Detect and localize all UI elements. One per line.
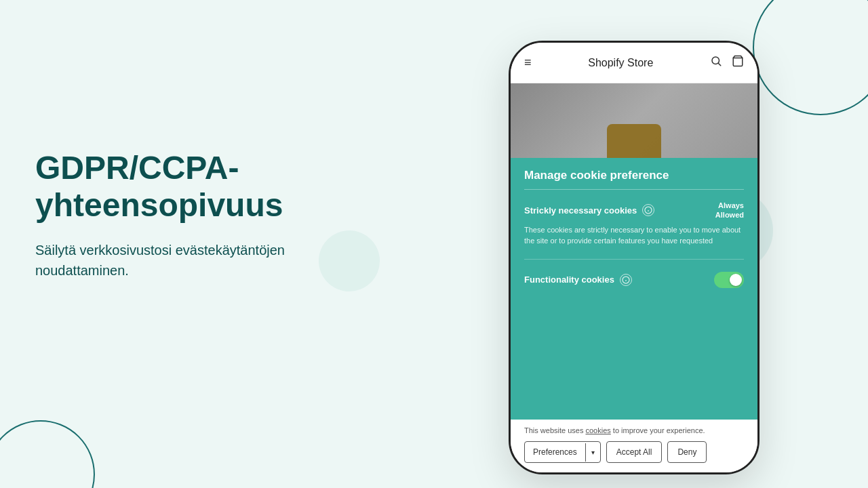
deny-button[interactable]: Deny: [667, 441, 707, 463]
cookie-divider-1: [524, 189, 744, 190]
menu-icon[interactable]: ≡: [524, 56, 532, 70]
strictly-necessary-left: Strickly necessary cookies: [524, 204, 654, 216]
phone-nav-icons: [710, 55, 744, 70]
cart-icon[interactable]: [732, 55, 744, 70]
product-image-area: [511, 83, 757, 158]
cookie-panel-title: Manage cookie preference: [524, 169, 744, 182]
phone-mockup: ≡ Shopify Store: [509, 41, 760, 474]
functionality-header: Functionality cookies: [524, 272, 744, 288]
functionality-name: Functionality cookies: [524, 274, 614, 285]
cookies-link[interactable]: cookies: [585, 426, 610, 434]
cookie-divider-2: [524, 259, 744, 260]
preferences-arrow-icon[interactable]: ▾: [585, 443, 600, 462]
cookie-notice-text: This website uses cookies to improve you…: [524, 426, 744, 434]
always-allowed-label: AlwaysAllowed: [715, 201, 744, 220]
decorative-circle-top-right: [753, 0, 868, 115]
accept-all-button[interactable]: Accept All: [606, 441, 663, 463]
left-content-area: GDPR/CCPA-yhteensopivuus Säilytä verkkos…: [35, 149, 374, 281]
functionality-section: Functionality cookies: [524, 266, 744, 298]
functionality-toggle[interactable]: [714, 272, 744, 288]
strictly-necessary-description: These cookies are strictly necessary to …: [524, 224, 744, 247]
product-image-overlay: [607, 124, 661, 158]
phone-content: Manage cookie preference Strickly necess…: [511, 83, 757, 472]
functionality-info-icon[interactable]: [620, 274, 632, 286]
strictly-necessary-name: Strickly necessary cookies: [524, 205, 637, 216]
functionality-left: Functionality cookies: [524, 274, 632, 286]
svg-point-0: [712, 57, 719, 64]
sub-text: Säilytä verkkosivustosi evästekäytäntöje…: [35, 240, 374, 281]
strictly-necessary-section: Strickly necessary cookies AlwaysAllowed: [524, 195, 744, 252]
toggle-thumb: [730, 274, 742, 286]
phone-top-bar: ≡ Shopify Store: [511, 43, 757, 83]
phone-frame: ≡ Shopify Store: [509, 41, 760, 474]
decorative-circle-bottom-left: [0, 420, 95, 488]
search-icon[interactable]: [710, 55, 722, 70]
main-heading: GDPR/CCPA-yhteensopivuus: [35, 149, 374, 224]
strictly-necessary-info-icon[interactable]: [642, 204, 654, 216]
store-name: Shopify Store: [588, 57, 653, 69]
cookie-buttons: Preferences ▾ Accept All Deny: [524, 441, 744, 463]
svg-line-1: [718, 63, 720, 65]
preferences-button[interactable]: Preferences ▾: [524, 441, 601, 463]
cookie-panel: Manage cookie preference Strickly necess…: [511, 158, 757, 420]
preferences-label: Preferences: [525, 442, 585, 462]
cookie-notice-bar: This website uses cookies to improve you…: [511, 420, 757, 472]
strictly-necessary-header: Strickly necessary cookies AlwaysAllowed: [524, 201, 744, 220]
